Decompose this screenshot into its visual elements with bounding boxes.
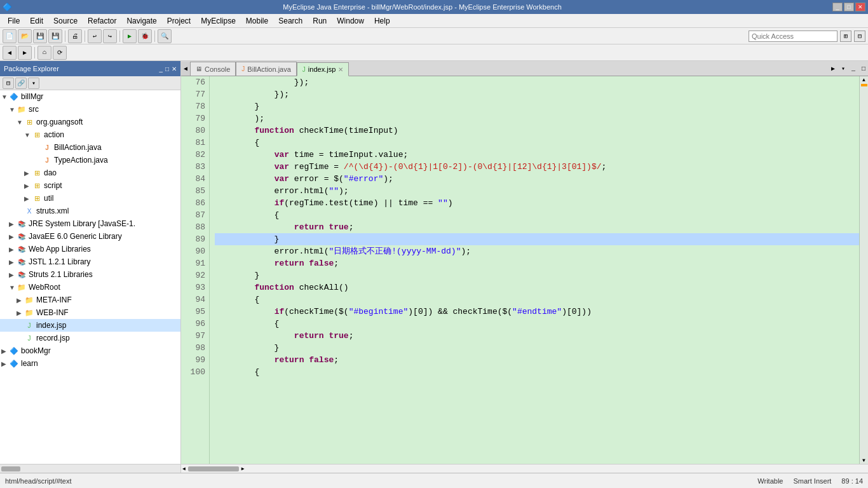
- tree-item-meta-inf[interactable]: ▶ 📁 META-INF: [0, 294, 180, 306]
- print-button[interactable]: 🖨: [68, 29, 82, 43]
- save-all-button[interactable]: 💾: [48, 29, 62, 43]
- debug-button[interactable]: 🐞: [138, 29, 152, 43]
- tree-item-billmgr[interactable]: ▼ 🔷 billMgr: [0, 90, 180, 103]
- code-line-94: {: [215, 294, 859, 306]
- home-button[interactable]: ⌂: [37, 46, 51, 60]
- tree-item-jre[interactable]: ▶ 📚 JRE System Library [JavaSE-1.: [0, 217, 180, 230]
- status-path: html/head/script/#text: [5, 477, 747, 485]
- maximize-button[interactable]: □: [844, 3, 854, 11]
- sidebar-close-button[interactable]: ✕: [172, 65, 177, 72]
- code-editor[interactable]: 7677787980818283848586878889909192939495…: [181, 76, 859, 464]
- tree-item-webroot[interactable]: ▼ 📁 WebRoot: [0, 281, 180, 294]
- tab-scroll-right[interactable]: ▶: [829, 62, 837, 76]
- tree-item-struts-xml[interactable]: X struts.xml: [0, 205, 180, 217]
- close-button[interactable]: ✕: [855, 3, 865, 11]
- menu-search[interactable]: Search: [273, 15, 308, 27]
- tab-maximize-button[interactable]: □: [859, 62, 868, 76]
- save-button[interactable]: 💾: [33, 29, 47, 43]
- code-line-81: {: [215, 137, 859, 149]
- tree-item-index-jsp[interactable]: J index.jsp: [0, 319, 180, 332]
- menu-myeclipse[interactable]: MyEclipse: [196, 15, 241, 27]
- code-content[interactable]: }); }); } ); function checkTime(timeInpu…: [210, 76, 859, 464]
- tree-item-typeaction[interactable]: J TypeAction.java: [0, 154, 180, 166]
- tab-index-jsp[interactable]: J index.jsp ✕: [297, 62, 349, 76]
- menu-run[interactable]: Run: [308, 15, 332, 27]
- open-button[interactable]: 📂: [18, 29, 32, 43]
- hscroll-left-arrow[interactable]: ◀: [182, 466, 186, 471]
- undo-button[interactable]: ↩: [88, 29, 102, 43]
- tree-item-web-inf[interactable]: ▶ 📁 WEB-INF: [0, 306, 180, 319]
- menu-source[interactable]: Source: [48, 15, 83, 27]
- sidebar-minimize-button[interactable]: _: [159, 65, 163, 72]
- menu-help[interactable]: Help: [369, 15, 395, 27]
- back-button[interactable]: ◀: [3, 46, 17, 60]
- scroll-up-arrow[interactable]: ▲: [860, 76, 868, 83]
- tab-billaction[interactable]: J BillAction.java: [236, 62, 296, 76]
- tree-item-action[interactable]: ▼ ⊞ action: [0, 128, 180, 141]
- tab-minimize-button[interactable]: _: [849, 62, 858, 76]
- sidebar-hscroll[interactable]: [0, 464, 180, 473]
- scroll-down-arrow[interactable]: ▼: [860, 457, 868, 464]
- tree-item-org-guangsoft[interactable]: ▼ ⊞ org.guangsoft: [0, 116, 180, 128]
- forward-button[interactable]: ▶: [18, 46, 32, 60]
- tree-item-record-jsp[interactable]: J record.jsp: [0, 332, 180, 344]
- run-button[interactable]: ▶: [123, 29, 137, 43]
- menu-navigate[interactable]: Navigate: [121, 15, 161, 27]
- search-button[interactable]: 🔍: [158, 29, 172, 43]
- tree-arrow: ▶: [9, 246, 17, 253]
- editor-hscroll[interactable]: ◀ ▶: [181, 464, 868, 473]
- link-editor-button[interactable]: 🔗: [15, 78, 27, 89]
- tree-label-struts-lib: Struts 2.1 Libraries: [29, 270, 93, 279]
- sidebar-menu-button[interactable]: ▾: [28, 78, 39, 89]
- new-button[interactable]: 📄: [3, 29, 17, 43]
- src-icon: 📁: [17, 104, 27, 114]
- menu-file[interactable]: File: [3, 15, 25, 27]
- tree-item-struts-lib[interactable]: ▶ 📚 Struts 2.1 Libraries: [0, 268, 180, 281]
- project-icon: 🔷: [9, 346, 19, 356]
- sidebar-maximize-button[interactable]: □: [165, 65, 169, 72]
- tab-console[interactable]: 🖥 Console: [190, 62, 236, 76]
- tab-list-button[interactable]: ▾: [839, 62, 848, 76]
- tree-item-dao[interactable]: ▶ ⊞ dao: [0, 166, 180, 179]
- tree-item-bookmgr[interactable]: ▶ 🔷 bookMgr: [0, 344, 180, 357]
- tab-close-button[interactable]: ✕: [338, 66, 343, 73]
- index-jsp-tab-icon: J: [302, 66, 306, 73]
- java-icon: J: [42, 142, 52, 152]
- menu-mobile[interactable]: Mobile: [241, 15, 273, 27]
- tree-item-webapp-lib[interactable]: ▶ 📚 Web App Libraries: [0, 243, 180, 255]
- tree-item-jstl[interactable]: ▶ 📚 JSTL 1.2.1 Library: [0, 255, 180, 268]
- tab-scroll-left[interactable]: ◀: [181, 62, 190, 76]
- menu-refactor[interactable]: Refactor: [83, 15, 121, 27]
- tree-label-typeaction: TypeAction.java: [54, 156, 108, 165]
- refresh-button[interactable]: ⟳: [53, 46, 67, 60]
- menu-project[interactable]: Project: [162, 15, 196, 27]
- tree-item-learn[interactable]: ▶ 🔷 learn: [0, 357, 180, 370]
- tree-item-billaction[interactable]: J BillAction.java: [0, 141, 180, 154]
- tree-arrow: ▼: [9, 106, 17, 113]
- minimize-button[interactable]: _: [832, 3, 843, 11]
- tree-item-javaee[interactable]: ▶ 📚 JavaEE 6.0 Generic Library: [0, 230, 180, 243]
- quick-access-input[interactable]: [749, 30, 837, 42]
- tree-label-webroot: WebRoot: [29, 283, 60, 292]
- status-smart-insert: Smart Insert: [793, 477, 831, 485]
- tree-item-src[interactable]: ▼ 📁 src: [0, 103, 180, 116]
- code-line-97: return true;: [215, 330, 859, 342]
- right-gutter[interactable]: ▲ ▼: [859, 76, 868, 464]
- redo-button[interactable]: ↪: [103, 29, 117, 43]
- tree-item-util[interactable]: ▶ ⊞ util: [0, 192, 180, 205]
- view-button[interactable]: ⊟: [854, 30, 865, 42]
- tab-right-controls: ▶ ▾ _ □: [829, 62, 868, 76]
- tab-bar: ◀ 🖥 Console J BillAction.java J index.js…: [181, 61, 868, 76]
- lib-icon: 📚: [17, 219, 27, 229]
- tree-item-script[interactable]: ▶ ⊞ script: [0, 179, 180, 192]
- collapse-all-button[interactable]: ⊟: [3, 78, 14, 89]
- perspective-button[interactable]: ⊞: [840, 30, 851, 42]
- hscroll-right-arrow[interactable]: ▶: [241, 466, 245, 471]
- hscroll-thumb[interactable]: [188, 466, 239, 471]
- menu-edit[interactable]: Edit: [25, 15, 48, 27]
- tree-label-javaee: JavaEE 6.0 Generic Library: [29, 232, 122, 241]
- code-line-96: {: [215, 318, 859, 330]
- folder-icon: 📁: [24, 295, 34, 305]
- tree-label-src: src: [29, 105, 39, 114]
- menu-window[interactable]: Window: [332, 15, 369, 27]
